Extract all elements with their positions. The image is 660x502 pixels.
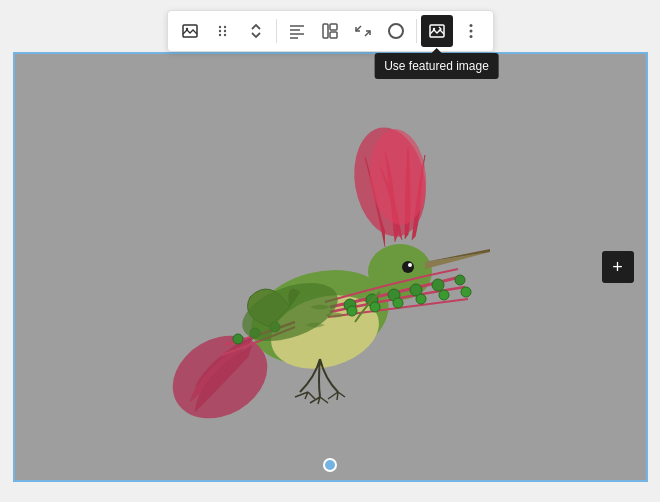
featured-image-button[interactable] [421, 15, 453, 47]
svg-point-41 [461, 287, 471, 297]
drag-button[interactable] [207, 15, 239, 47]
hummingbird-image [90, 77, 570, 457]
divider-1 [276, 19, 277, 43]
svg-point-6 [223, 30, 225, 32]
svg-point-36 [347, 306, 357, 316]
plus-label: + [612, 257, 623, 278]
svg-rect-13 [330, 24, 337, 30]
circle-icon [388, 23, 404, 39]
svg-point-26 [408, 263, 412, 267]
featured-image-container: Use featured image [421, 15, 453, 47]
image-block: + [13, 52, 648, 482]
toolbar: Use featured image [167, 10, 494, 52]
divider-2 [416, 19, 417, 43]
svg-point-2 [218, 26, 220, 28]
fullwidth-button[interactable] [347, 15, 379, 47]
svg-point-38 [393, 298, 403, 308]
svg-point-1 [185, 28, 187, 30]
svg-point-34 [432, 279, 444, 291]
move-updown-button[interactable] [240, 15, 272, 47]
svg-point-20 [469, 30, 472, 33]
svg-point-39 [416, 294, 426, 304]
svg-rect-12 [323, 24, 328, 38]
page-container: Use featured image [0, 0, 660, 502]
align-left-button[interactable] [281, 15, 313, 47]
svg-point-18 [432, 28, 434, 30]
svg-rect-14 [330, 32, 337, 38]
svg-point-4 [218, 34, 220, 36]
svg-point-19 [469, 24, 472, 27]
svg-point-25 [402, 261, 414, 273]
svg-point-40 [439, 290, 449, 300]
toolbar-section-main [174, 15, 272, 47]
svg-point-44 [233, 334, 243, 344]
svg-point-5 [223, 26, 225, 28]
svg-point-7 [223, 34, 225, 36]
svg-point-35 [455, 275, 465, 285]
circle-button[interactable] [380, 15, 412, 47]
svg-point-21 [469, 35, 472, 38]
svg-point-37 [370, 302, 380, 312]
add-block-button[interactable]: + [602, 251, 634, 283]
drag-resize-handle[interactable] [323, 458, 337, 472]
image-button[interactable] [174, 15, 206, 47]
more-options-button[interactable] [455, 15, 487, 47]
svg-point-3 [218, 30, 220, 32]
toolbar-section-align [281, 15, 412, 47]
grid-button[interactable] [314, 15, 346, 47]
